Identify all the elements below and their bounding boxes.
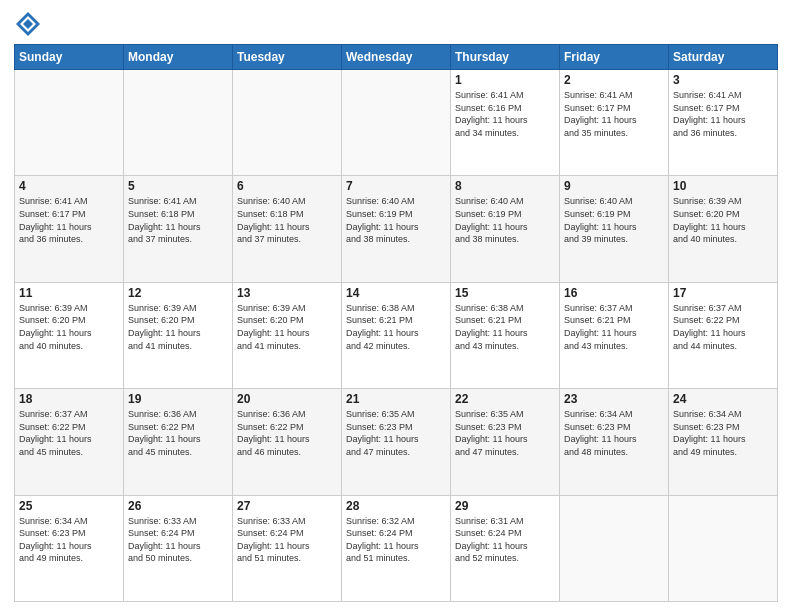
calendar-cell: 8Sunrise: 6:40 AM Sunset: 6:19 PM Daylig… bbox=[451, 176, 560, 282]
calendar-cell bbox=[342, 70, 451, 176]
calendar-cell: 19Sunrise: 6:36 AM Sunset: 6:22 PM Dayli… bbox=[124, 389, 233, 495]
calendar-cell: 28Sunrise: 6:32 AM Sunset: 6:24 PM Dayli… bbox=[342, 495, 451, 601]
calendar-cell bbox=[233, 70, 342, 176]
calendar-cell: 7Sunrise: 6:40 AM Sunset: 6:19 PM Daylig… bbox=[342, 176, 451, 282]
day-number: 29 bbox=[455, 499, 555, 513]
calendar-cell: 27Sunrise: 6:33 AM Sunset: 6:24 PM Dayli… bbox=[233, 495, 342, 601]
day-info: Sunrise: 6:38 AM Sunset: 6:21 PM Dayligh… bbox=[455, 302, 555, 352]
day-number: 3 bbox=[673, 73, 773, 87]
col-header-wednesday: Wednesday bbox=[342, 45, 451, 70]
day-number: 1 bbox=[455, 73, 555, 87]
calendar-cell: 12Sunrise: 6:39 AM Sunset: 6:20 PM Dayli… bbox=[124, 282, 233, 388]
calendar-cell: 17Sunrise: 6:37 AM Sunset: 6:22 PM Dayli… bbox=[669, 282, 778, 388]
day-info: Sunrise: 6:41 AM Sunset: 6:17 PM Dayligh… bbox=[19, 195, 119, 245]
col-header-thursday: Thursday bbox=[451, 45, 560, 70]
calendar-cell bbox=[669, 495, 778, 601]
day-number: 25 bbox=[19, 499, 119, 513]
calendar-cell: 3Sunrise: 6:41 AM Sunset: 6:17 PM Daylig… bbox=[669, 70, 778, 176]
col-header-tuesday: Tuesday bbox=[233, 45, 342, 70]
calendar-cell: 21Sunrise: 6:35 AM Sunset: 6:23 PM Dayli… bbox=[342, 389, 451, 495]
calendar-cell: 9Sunrise: 6:40 AM Sunset: 6:19 PM Daylig… bbox=[560, 176, 669, 282]
day-info: Sunrise: 6:32 AM Sunset: 6:24 PM Dayligh… bbox=[346, 515, 446, 565]
page: SundayMondayTuesdayWednesdayThursdayFrid… bbox=[0, 0, 792, 612]
day-info: Sunrise: 6:35 AM Sunset: 6:23 PM Dayligh… bbox=[455, 408, 555, 458]
day-info: Sunrise: 6:36 AM Sunset: 6:22 PM Dayligh… bbox=[128, 408, 228, 458]
day-info: Sunrise: 6:39 AM Sunset: 6:20 PM Dayligh… bbox=[237, 302, 337, 352]
day-number: 15 bbox=[455, 286, 555, 300]
logo-icon bbox=[14, 10, 42, 38]
calendar-cell: 18Sunrise: 6:37 AM Sunset: 6:22 PM Dayli… bbox=[15, 389, 124, 495]
col-header-monday: Monday bbox=[124, 45, 233, 70]
calendar-cell: 13Sunrise: 6:39 AM Sunset: 6:20 PM Dayli… bbox=[233, 282, 342, 388]
day-info: Sunrise: 6:37 AM Sunset: 6:22 PM Dayligh… bbox=[673, 302, 773, 352]
calendar-cell: 25Sunrise: 6:34 AM Sunset: 6:23 PM Dayli… bbox=[15, 495, 124, 601]
calendar-cell: 14Sunrise: 6:38 AM Sunset: 6:21 PM Dayli… bbox=[342, 282, 451, 388]
day-number: 6 bbox=[237, 179, 337, 193]
day-number: 27 bbox=[237, 499, 337, 513]
day-number: 26 bbox=[128, 499, 228, 513]
day-info: Sunrise: 6:41 AM Sunset: 6:18 PM Dayligh… bbox=[128, 195, 228, 245]
day-number: 12 bbox=[128, 286, 228, 300]
day-number: 17 bbox=[673, 286, 773, 300]
calendar-table: SundayMondayTuesdayWednesdayThursdayFrid… bbox=[14, 44, 778, 602]
day-number: 14 bbox=[346, 286, 446, 300]
calendar-cell: 5Sunrise: 6:41 AM Sunset: 6:18 PM Daylig… bbox=[124, 176, 233, 282]
day-number: 9 bbox=[564, 179, 664, 193]
day-number: 11 bbox=[19, 286, 119, 300]
day-info: Sunrise: 6:34 AM Sunset: 6:23 PM Dayligh… bbox=[19, 515, 119, 565]
day-number: 23 bbox=[564, 392, 664, 406]
calendar-cell: 2Sunrise: 6:41 AM Sunset: 6:17 PM Daylig… bbox=[560, 70, 669, 176]
day-info: Sunrise: 6:34 AM Sunset: 6:23 PM Dayligh… bbox=[564, 408, 664, 458]
day-number: 24 bbox=[673, 392, 773, 406]
calendar-cell bbox=[15, 70, 124, 176]
calendar-cell: 15Sunrise: 6:38 AM Sunset: 6:21 PM Dayli… bbox=[451, 282, 560, 388]
day-number: 13 bbox=[237, 286, 337, 300]
calendar-cell: 16Sunrise: 6:37 AM Sunset: 6:21 PM Dayli… bbox=[560, 282, 669, 388]
day-number: 10 bbox=[673, 179, 773, 193]
day-number: 2 bbox=[564, 73, 664, 87]
day-info: Sunrise: 6:40 AM Sunset: 6:19 PM Dayligh… bbox=[564, 195, 664, 245]
day-number: 8 bbox=[455, 179, 555, 193]
day-number: 16 bbox=[564, 286, 664, 300]
day-info: Sunrise: 6:41 AM Sunset: 6:17 PM Dayligh… bbox=[673, 89, 773, 139]
calendar-cell: 24Sunrise: 6:34 AM Sunset: 6:23 PM Dayli… bbox=[669, 389, 778, 495]
calendar-cell: 6Sunrise: 6:40 AM Sunset: 6:18 PM Daylig… bbox=[233, 176, 342, 282]
day-info: Sunrise: 6:37 AM Sunset: 6:21 PM Dayligh… bbox=[564, 302, 664, 352]
day-number: 22 bbox=[455, 392, 555, 406]
day-info: Sunrise: 6:41 AM Sunset: 6:17 PM Dayligh… bbox=[564, 89, 664, 139]
header bbox=[14, 10, 778, 38]
calendar-cell bbox=[560, 495, 669, 601]
day-info: Sunrise: 6:39 AM Sunset: 6:20 PM Dayligh… bbox=[673, 195, 773, 245]
logo bbox=[14, 10, 46, 38]
day-info: Sunrise: 6:40 AM Sunset: 6:18 PM Dayligh… bbox=[237, 195, 337, 245]
calendar-cell: 22Sunrise: 6:35 AM Sunset: 6:23 PM Dayli… bbox=[451, 389, 560, 495]
day-info: Sunrise: 6:41 AM Sunset: 6:16 PM Dayligh… bbox=[455, 89, 555, 139]
col-header-sunday: Sunday bbox=[15, 45, 124, 70]
day-number: 4 bbox=[19, 179, 119, 193]
calendar-cell: 1Sunrise: 6:41 AM Sunset: 6:16 PM Daylig… bbox=[451, 70, 560, 176]
day-info: Sunrise: 6:34 AM Sunset: 6:23 PM Dayligh… bbox=[673, 408, 773, 458]
col-header-friday: Friday bbox=[560, 45, 669, 70]
calendar-cell bbox=[124, 70, 233, 176]
day-info: Sunrise: 6:33 AM Sunset: 6:24 PM Dayligh… bbox=[128, 515, 228, 565]
calendar-cell: 10Sunrise: 6:39 AM Sunset: 6:20 PM Dayli… bbox=[669, 176, 778, 282]
calendar-cell: 4Sunrise: 6:41 AM Sunset: 6:17 PM Daylig… bbox=[15, 176, 124, 282]
day-info: Sunrise: 6:39 AM Sunset: 6:20 PM Dayligh… bbox=[128, 302, 228, 352]
day-info: Sunrise: 6:39 AM Sunset: 6:20 PM Dayligh… bbox=[19, 302, 119, 352]
day-info: Sunrise: 6:36 AM Sunset: 6:22 PM Dayligh… bbox=[237, 408, 337, 458]
day-info: Sunrise: 6:31 AM Sunset: 6:24 PM Dayligh… bbox=[455, 515, 555, 565]
day-info: Sunrise: 6:35 AM Sunset: 6:23 PM Dayligh… bbox=[346, 408, 446, 458]
day-info: Sunrise: 6:40 AM Sunset: 6:19 PM Dayligh… bbox=[455, 195, 555, 245]
day-number: 20 bbox=[237, 392, 337, 406]
day-number: 18 bbox=[19, 392, 119, 406]
calendar-cell: 26Sunrise: 6:33 AM Sunset: 6:24 PM Dayli… bbox=[124, 495, 233, 601]
day-info: Sunrise: 6:37 AM Sunset: 6:22 PM Dayligh… bbox=[19, 408, 119, 458]
day-number: 19 bbox=[128, 392, 228, 406]
calendar-cell: 11Sunrise: 6:39 AM Sunset: 6:20 PM Dayli… bbox=[15, 282, 124, 388]
calendar-cell: 29Sunrise: 6:31 AM Sunset: 6:24 PM Dayli… bbox=[451, 495, 560, 601]
calendar-cell: 20Sunrise: 6:36 AM Sunset: 6:22 PM Dayli… bbox=[233, 389, 342, 495]
day-number: 21 bbox=[346, 392, 446, 406]
day-info: Sunrise: 6:40 AM Sunset: 6:19 PM Dayligh… bbox=[346, 195, 446, 245]
day-info: Sunrise: 6:33 AM Sunset: 6:24 PM Dayligh… bbox=[237, 515, 337, 565]
day-number: 28 bbox=[346, 499, 446, 513]
